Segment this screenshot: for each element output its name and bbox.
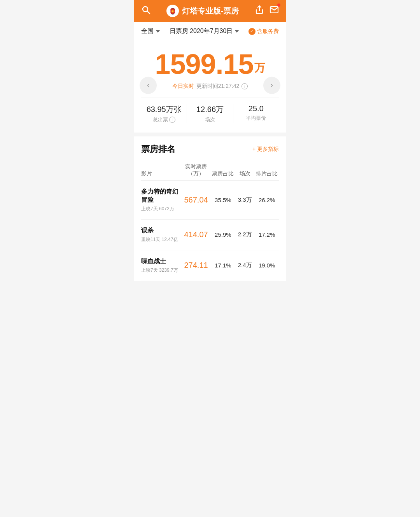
main-stats-section: ‹ › 1599.15万 今日实时 更新时间21:27:42 i 63.95万张… [134,41,286,133]
film-revenue: 414.07 [181,230,211,239]
prev-day-button[interactable]: ‹ [140,77,157,94]
header-actions [255,5,279,17]
region-selector[interactable]: 全国 [141,27,160,35]
col-sessions-header: 场次 [235,170,255,177]
table-row[interactable]: 喋血战士 上映7天 3239.7万 274.11 17.1% 2.4万 19.0… [141,250,279,281]
header-title-group: 🏮 灯塔专业版-票房 [166,5,239,17]
film-share: 35.5% [211,197,235,203]
app-title: 灯塔专业版-票房 [182,6,239,16]
avg-price-value: 25.0 [233,104,279,113]
col-revenue-header: 实时票房 （万） [181,163,211,177]
film-meta: 上映7天 6072万 [141,206,181,212]
sessions-label: 场次 [187,116,233,123]
total-tickets-stat: 63.95万张 总出票 i [141,104,187,123]
film-revenue: 274.11 [181,261,211,270]
stats-row: 63.95万张 总出票 i 12.66万 场次 25.0 平均票价 [141,98,279,123]
film-schedule: 26.2% [255,197,279,203]
date-selector[interactable]: 日票房 2020年7月30日 [170,27,239,35]
rankings-title: 票房排名 [141,143,175,155]
col-share-header: 票房占比 [211,170,235,177]
sessions-stat: 12.66万 场次 [187,104,233,123]
search-icon[interactable] [141,5,150,17]
film-revenue: 567.04 [181,196,211,204]
more-metrics-button[interactable]: + 更多指标 [252,146,279,153]
update-time: 更新时间21:27:42 [196,83,240,90]
main-box-office: 1599.15万 [141,49,279,80]
avg-price-label: 平均票价 [233,115,279,122]
film-name: 多力特的奇幻冒险 [141,188,181,204]
svg-line-1 [147,11,150,14]
update-info: 今日实时 更新时间21:27:42 i [141,83,279,90]
film-name: 喋血战士 [141,257,181,265]
share-icon[interactable] [255,5,264,17]
info-icon[interactable]: i [242,83,248,89]
avg-price-stat: 25.0 平均票价 [233,104,279,123]
realtime-label: 今日实时 [172,83,194,90]
app-header: 🏮 灯塔专业版-票房 [134,0,286,22]
film-rows-container: 多力特的奇幻冒险 上映7天 6072万 567.04 35.5% 3.3万 26… [141,181,279,281]
region-label: 全国 [141,27,154,35]
box-office-unit: 万 [254,62,265,74]
box-office-value: 1599.15 [155,49,253,80]
film-schedule: 19.0% [255,262,279,269]
film-info: 误杀 重映11天 12.47亿 [141,227,181,243]
film-sessions: 2.4万 [235,262,255,269]
message-badge [277,3,280,7]
date-chevron-icon [235,30,239,33]
film-share: 25.9% [211,231,235,238]
film-sessions: 2.2万 [235,231,255,238]
rankings-header: 票房排名 + 更多指标 [141,136,279,159]
rankings-section: 票房排名 + 更多指标 影片 实时票房 （万） 票房占比 场次 排片占比 多力特… [134,136,286,281]
film-schedule: 17.2% [255,231,279,238]
app-logo: 🏮 [166,5,179,17]
sessions-value: 12.66万 [187,104,233,115]
total-tickets-label: 总出票 i [141,116,187,123]
service-label: 含服务费 [257,28,279,35]
next-day-button[interactable]: › [263,77,280,94]
film-name: 误杀 [141,227,181,235]
region-chevron-icon [156,30,160,33]
col-film-header: 影片 [141,170,181,177]
film-sessions: 3.3万 [235,196,255,204]
film-meta: 上映7天 3239.7万 [141,267,181,274]
film-info: 喋血战士 上映7天 3239.7万 [141,257,181,274]
film-info: 多力特的奇幻冒险 上映7天 6072万 [141,188,181,212]
service-toggle[interactable]: ✓ 含服务费 [248,28,279,35]
film-share: 17.1% [211,262,235,269]
col-schedule-header: 排片占比 [255,170,279,177]
filter-bar: 全国 日票房 2020年7月30日 ✓ 含服务费 [134,22,286,41]
service-check-icon: ✓ [248,28,256,35]
date-label: 日票房 2020年7月30日 [170,27,233,35]
table-header: 影片 实时票房 （万） 票房占比 场次 排片占比 [141,159,279,180]
total-tickets-value: 63.95万张 [141,104,187,115]
tickets-info-icon[interactable]: i [169,117,175,123]
message-icon[interactable] [270,5,279,17]
table-row[interactable]: 多力特的奇幻冒险 上映7天 6072万 567.04 35.5% 3.3万 26… [141,181,279,220]
film-meta: 重映11天 12.47亿 [141,236,181,243]
table-row[interactable]: 误杀 重映11天 12.47亿 414.07 25.9% 2.2万 17.2% [141,220,279,250]
